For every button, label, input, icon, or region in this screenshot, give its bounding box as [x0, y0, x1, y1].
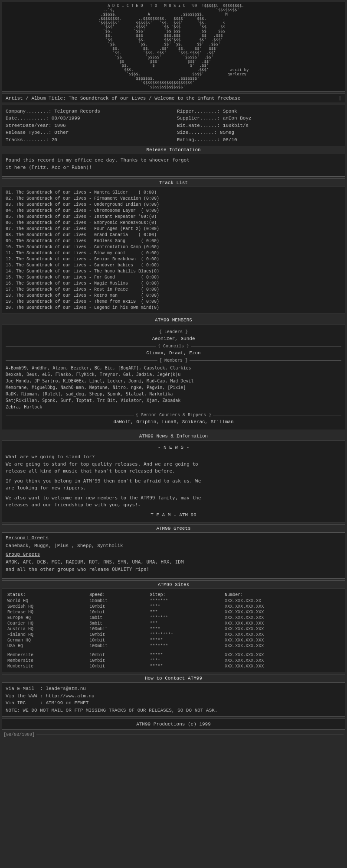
track-list-box: Track List 01. The Soundtrack of our Liv…	[2, 178, 345, 314]
footer-date-text: [08/03/1999]	[3, 732, 35, 737]
greetz-box: ATM99 Greets Personal Greets Caneback, M…	[2, 524, 345, 579]
info-col-left: Company........: Telegram Records Date..…	[6, 108, 170, 144]
councils-label: { Councils }	[158, 344, 189, 349]
page-wrapper: A D D i C T E D T O M U S i C '99 !$$$$$…	[0, 0, 347, 740]
info-col-right: Ripper........: Sponk Supplier......: an…	[177, 108, 341, 144]
news-paragraph: We also want to welcome our new members …	[6, 495, 341, 509]
track-item: 07. The Soundtrack of our Lives - Four A…	[6, 226, 341, 232]
rating-line: Rating........: 08/10	[177, 136, 341, 144]
news-paragraph: What are we going to stand for? We are g…	[6, 453, 341, 475]
sites-table-row: Membersite10mbit*****XXX.XXX.XXX.XXX	[6, 652, 341, 658]
sites-column-header: Speed:	[88, 592, 148, 598]
councils-dash-right	[191, 346, 341, 347]
senior-couriers-bracket: { Senior Couriers & Rippers }	[6, 413, 341, 418]
members-label: { Members }	[159, 358, 188, 363]
news-team: T E A M - ATM 99	[6, 512, 341, 518]
members-bracket: { Members }	[6, 358, 341, 363]
greetz-content: Personal Greets Caneback, Muggs, |Plus|,…	[2, 533, 345, 579]
track-item: 06. The Soundtrack of our Lives - Embryo…	[6, 220, 341, 226]
track-item: 18. The Soundtrack of our Lives - Retro …	[6, 293, 341, 299]
contact-line: Via IRC : ATM'99 on EFNET	[6, 700, 341, 707]
title-bar-text: Artist / Album Title: The Soundtrack of …	[6, 96, 240, 101]
senior-couriers-label: { Senior Couriers & Rippers }	[136, 413, 211, 418]
track-item: 05. The Soundtrack of our Lives - Instan…	[6, 214, 341, 220]
sites-table-row: World HQ155mbit*******XXX.XXX.XXX.XX	[6, 598, 341, 604]
ascii-art-section: A D D i C T E D T O M U S i C '99 !$$$$$…	[2, 2, 345, 92]
sites-table-row: USA HQ100mbit*******XXX.XXX.XXX.XXX	[6, 643, 341, 649]
members-dash-right	[190, 360, 341, 361]
release-info-header: Release Information	[2, 146, 345, 154]
track-item: 11. The Soundtrack of our Lives - Blow m…	[6, 250, 341, 256]
sites-table-cell: USA HQ	[6, 643, 88, 649]
sites-table-cell: XXX.XXX.XXX.XXX	[223, 664, 341, 669]
sites-table-cell: XXX.XXX.XXX.XXX	[223, 615, 341, 621]
track-item: 19. The Soundtrack of our Lives - Theme …	[6, 299, 341, 305]
councils-section: { Councils } Climax, Draat, Ezon	[6, 344, 341, 356]
track-item: 01. The Soundtrack of our Lives - Mantra…	[6, 190, 341, 196]
sites-table-body: World HQ155mbit*******XXX.XXX.XXX.XXSwed…	[6, 598, 341, 669]
sites-table-cell: 1mbit	[88, 615, 148, 621]
leaders-dash-right	[190, 332, 341, 332]
sites-table-cell: *****	[148, 638, 223, 643]
track-item: 15. The Soundtrack of our Lives - For Go…	[6, 275, 341, 281]
sites-column-header: Number:	[223, 592, 341, 598]
sites-table-cell: 10mbit	[88, 638, 148, 643]
senior-couriers-section: { Senior Couriers & Rippers } daWolf, Gr…	[6, 413, 341, 424]
footer-date-bar: [08/03/1999]	[2, 732, 345, 738]
sites-table-cell: 10mbit	[88, 664, 148, 669]
sites-table-cell: XXX.XXX.XXX.XXX	[223, 643, 341, 649]
size-line: Size.........: 85meg	[177, 129, 341, 136]
sites-table-cell: *********	[148, 632, 223, 638]
leaders-members: Aeonizer, Gunde	[6, 336, 341, 341]
news-paragraph: If you think you belong in ATM'99 then d…	[6, 478, 341, 492]
sites-table-cell: *****	[148, 652, 223, 658]
councils-members: Climax, Draat, Ezon	[6, 350, 341, 356]
sites-table-cell: 10mbit	[88, 609, 148, 615]
greetz-header: ATM99 Greets	[2, 525, 345, 533]
sites-table-cell: XXX.XXX.XXX.XXX	[223, 621, 341, 626]
sites-table-cell: XXX.XXX.XXX.XXX	[223, 638, 341, 643]
contact-line: Via the WWW : http://www.atm.nu	[6, 693, 341, 700]
sites-table-cell: Europe HQ	[6, 615, 88, 621]
sites-table-cell: ***	[148, 609, 223, 615]
members-box: ATM99 MEMBERS { Leaders } Aeonizer, Gund…	[2, 316, 345, 430]
sites-table-cell: XXX.XXX.XXX.XXX	[223, 632, 341, 638]
tracks-line: Tracks........: 20	[6, 136, 170, 144]
sites-column-header: Status:	[6, 592, 88, 598]
release-notes: Found this record in my office one day. …	[6, 157, 341, 171]
group-greets: AMOK, APC, DCB, MGC, RADIUM, ROT, RNS, S…	[6, 559, 341, 573]
sites-table-cell: ****	[148, 626, 223, 632]
track-item: 13. The Soundtrack of our Lives - Sandov…	[6, 262, 341, 269]
sites-table-row: Finland HQ10mbit*********XXX.XXX.XXX.XXX	[6, 632, 341, 638]
atm99-header: ATM99 MEMBERS	[2, 316, 345, 324]
sites-table-cell: ****	[148, 604, 223, 609]
track-item: 20. The Soundtrack of our Lives - Legend…	[6, 305, 341, 311]
contact-content: Via E-Mail : leaders@atm.nuVia the WWW :…	[2, 683, 345, 716]
date-line: Date..........: 08/03/1999	[6, 115, 170, 122]
sites-table-row: Austria HQ100mbit****XXX.XXX.XXX.XXX	[6, 626, 341, 632]
sites-table-cell: Swedish HQ	[6, 604, 88, 609]
track-item: 08. The Soundtrack of our Lives - Grand …	[6, 232, 341, 238]
release-info-content: Company........: Telegram Records Date..…	[2, 105, 345, 146]
sites-table-cell: 10mbit	[88, 658, 148, 664]
sites-table-cell: *******	[148, 643, 223, 649]
track-item: 12. The Soundtrack of our Lives - Senior…	[6, 256, 341, 262]
group-greets-label: Group Greets	[6, 552, 341, 557]
sites-table-cell: 100mbit	[88, 626, 148, 632]
sites-table-cell: 10mbit	[88, 632, 148, 638]
leaders-section: { Leaders } Aeonizer, Gunde	[6, 330, 341, 341]
leaders-bracket: { Leaders }	[6, 330, 341, 334]
sites-content: Status:Speed:Sitep:Number: World HQ155mb…	[2, 589, 345, 672]
sites-table-cell: 10mbit	[88, 604, 148, 609]
members-section: { Members } A-Bomb99, Anddhr, Atzon, Bez…	[6, 358, 341, 410]
news-paragraphs-container: What are we going to stand for? We are g…	[6, 453, 341, 509]
footer-date-line	[36, 735, 344, 735]
track-item: 02. The Soundtrack of our Lives - Firmam…	[6, 196, 341, 202]
senior-couriers-dash-left	[6, 415, 134, 415]
sites-table-cell: ****	[148, 658, 223, 664]
release-notes-content: Found this record in my office one day. …	[2, 154, 345, 176]
scroll-indicator: |	[338, 96, 341, 101]
sites-table-cell: Courier HQ	[6, 621, 88, 626]
sites-column-header: Sitep:	[148, 592, 223, 598]
sites-table-head: Status:Speed:Sitep:Number:	[6, 592, 341, 598]
